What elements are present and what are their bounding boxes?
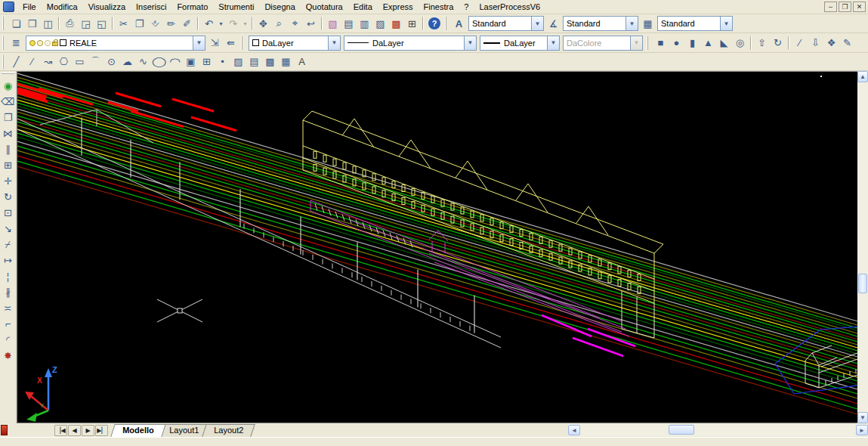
restore-button[interactable]: ❐ [839, 2, 851, 12]
region-icon[interactable]: ▩ [262, 54, 278, 70]
minimize-button[interactable]: – [824, 2, 837, 12]
render-icon[interactable]: ◉ [0, 78, 16, 94]
chevron-down-icon[interactable]: ▼ [531, 17, 543, 30]
rotate-icon[interactable]: ↻ [0, 189, 16, 205]
scale-icon[interactable]: ⊡ [0, 205, 16, 221]
text-style-combo[interactable]: Standard ▼ [468, 16, 544, 31]
redo-icon[interactable]: ↷ [225, 16, 241, 32]
layer-lock-icon[interactable] [52, 42, 58, 46]
designcenter-icon[interactable]: ▧ [325, 16, 341, 32]
horizontal-scroll-thumb[interactable] [669, 425, 694, 435]
stretch-icon[interactable]: ↘ [0, 221, 16, 237]
vertical-scroll-thumb[interactable] [858, 274, 867, 293]
zoom-realtime-icon[interactable]: ⌕ [271, 16, 287, 32]
menu-formato[interactable]: Formato [171, 1, 213, 13]
layer-color-swatch[interactable] [60, 39, 66, 46]
revolve-icon[interactable]: ↻ [770, 35, 786, 51]
menu-quotatura[interactable]: Quotatura [301, 1, 348, 13]
vertical-scroll-track[interactable] [857, 82, 868, 412]
menu-inserisci[interactable]: Inserisci [131, 1, 171, 13]
print-icon[interactable]: ⎙ [62, 16, 78, 32]
chevron-down-icon[interactable]: ▼ [626, 17, 638, 30]
layer-manager-icon[interactable]: ≣ [8, 35, 24, 51]
publish-icon[interactable]: ◱ [94, 16, 110, 32]
paste-icon[interactable]: ⎀ [147, 16, 163, 32]
zoom-previous-icon[interactable]: ↩ [303, 16, 319, 32]
cone-icon[interactable]: ▲ [700, 35, 716, 51]
redo-dropdown-icon[interactable]: ▾ [241, 16, 249, 32]
move-icon[interactable]: ✛ [0, 173, 16, 189]
toolbar-grip[interactable] [2, 73, 15, 76]
slice-icon[interactable]: ∕ [792, 35, 808, 51]
cylinder-icon[interactable]: ▮ [684, 35, 700, 51]
table-style-icon[interactable]: ▦ [640, 16, 656, 32]
tab-modello[interactable]: Modello [110, 424, 165, 437]
table-style-combo[interactable]: Standard ▼ [657, 16, 733, 31]
copy-object-icon[interactable]: ❐ [0, 110, 16, 125]
menu-file[interactable]: File [17, 1, 42, 13]
color-combo[interactable]: DaLayer ▼ [249, 36, 341, 51]
menu-modifica[interactable]: Modifica [42, 1, 83, 13]
menu-strumenti[interactable]: Strumenti [213, 1, 259, 13]
point-icon[interactable]: • [215, 54, 230, 70]
cut-icon[interactable]: ✂ [116, 16, 131, 32]
make-block-icon[interactable]: ⊞ [199, 54, 215, 70]
polygon-icon[interactable]: ⎔ [56, 54, 72, 70]
match-properties-icon[interactable]: ✐ [179, 16, 195, 32]
construction-line-icon[interactable]: ∕ [24, 54, 40, 70]
close-button[interactable]: ✕ [853, 2, 866, 12]
rectangle-icon[interactable]: ▭ [72, 54, 88, 70]
offset-icon[interactable]: ∥ [0, 141, 16, 157]
pan-icon[interactable]: ✥ [255, 16, 271, 32]
toolbar-grip[interactable] [2, 55, 6, 69]
quickcalc-icon[interactable]: ⊞ [404, 16, 420, 32]
layer-on-icon[interactable] [29, 40, 36, 46]
multiline-text-icon[interactable]: A [294, 54, 310, 70]
toolbar-grip[interactable] [241, 36, 245, 50]
menu-finestra[interactable]: Finestra [419, 1, 459, 13]
trim-icon[interactable]: ⌿ [0, 237, 16, 252]
explode-icon[interactable]: ✸ [0, 348, 16, 364]
polyline-icon[interactable]: ↝ [40, 54, 56, 70]
fillet-icon[interactable]: ◜ [0, 332, 16, 348]
block-editor-icon[interactable]: ✏ [163, 16, 179, 32]
markup-manager-icon[interactable]: ▨ [372, 16, 388, 32]
toolbar-grip[interactable] [445, 17, 449, 30]
line-icon[interactable]: ╱ [8, 54, 24, 70]
break-icon[interactable]: ∦ [0, 284, 16, 300]
horizontal-scroll-track[interactable] [580, 425, 856, 435]
solids-edit-icon[interactable]: ✎ [839, 35, 855, 51]
drawing-canvas[interactable]: Z X Y [17, 71, 857, 423]
linetype-combo[interactable]: DaLayer ▼ [344, 36, 477, 51]
menu-disegna[interactable]: Disegna [259, 1, 300, 13]
dbconnect-icon[interactable]: ▩ [388, 16, 404, 32]
make-layer-current-icon[interactable]: ⇲ [207, 35, 223, 51]
horizontal-scrollbar[interactable]: ◄ ► [568, 424, 868, 436]
chevron-down-icon[interactable]: ▼ [547, 36, 559, 50]
table-icon[interactable]: ▦ [278, 54, 294, 70]
open-file-icon[interactable]: ❒ [24, 16, 40, 32]
scroll-left-icon[interactable]: ◄ [568, 425, 580, 435]
sphere-icon[interactable]: ● [669, 35, 684, 51]
tab-first-button[interactable]: ▕◀ [54, 425, 67, 436]
menu-express[interactable]: Express [378, 1, 419, 13]
3d-align-icon[interactable]: ⇩ [808, 35, 823, 51]
chevron-down-icon[interactable]: ▼ [720, 17, 732, 30]
scroll-right-icon[interactable]: ► [856, 425, 868, 435]
new-file-icon[interactable]: ❏ [8, 16, 24, 32]
array-icon[interactable]: ⊞ [0, 157, 16, 173]
toolbar-grip[interactable] [2, 36, 6, 50]
toolbar-grip[interactable] [2, 17, 6, 30]
torus-icon[interactable]: ◎ [732, 35, 748, 51]
scroll-up-icon[interactable]: ▲ [857, 71, 868, 82]
join-icon[interactable]: ≍ [0, 300, 16, 316]
gradient-icon[interactable]: ▤ [246, 54, 262, 70]
vertical-scrollbar[interactable]: ▲ ▼ [857, 71, 868, 423]
tab-layout2[interactable]: Layout2 [202, 424, 255, 437]
menu-laserprocess[interactable]: LaserProcessV6 [474, 1, 545, 13]
chevron-down-icon[interactable]: ▼ [464, 36, 476, 50]
extrude-icon[interactable]: ⇧ [754, 35, 770, 51]
erase-icon[interactable]: ⌫ [0, 94, 16, 110]
wedge-icon[interactable]: ◣ [716, 35, 732, 51]
dim-style-combo[interactable]: Standard ▼ [563, 16, 638, 31]
